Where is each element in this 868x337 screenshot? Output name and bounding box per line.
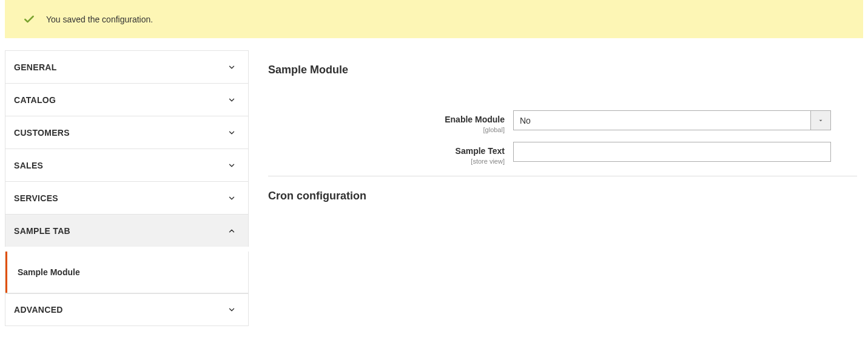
config-main: Sample Module Enable Module [global] No … [249,50,863,213]
success-message-text: You saved the configuration. [46,15,153,24]
dropdown-arrow-icon [810,111,830,130]
sidebar-section-services[interactable]: SERVICES [5,181,249,214]
section-title-sample-module: Sample Module [268,50,857,87]
field-label-sample-text: Sample Text [456,146,505,156]
sidebar-section-label: GENERAL [14,62,57,72]
enable-module-select[interactable]: No [513,110,831,130]
sidebar-subitems-sample-tab: Sample Module [5,252,249,293]
sidebar-section-customers[interactable]: CUSTOMERS [5,116,249,148]
sidebar-section-label: CATALOG [14,95,56,105]
chevron-down-icon [227,194,236,202]
chevron-down-icon [227,63,236,72]
field-scope-sample-text: [store view] [268,158,505,165]
success-message: You saved the configuration. [5,0,863,38]
config-sidebar: GENERAL CATALOG CUSTOMERS SALES SERVICES [5,50,249,326]
sidebar-section-label: ADVANCED [14,305,63,315]
field-row-enable-module: Enable Module [global] No [268,110,857,133]
sidebar-section-label: SERVICES [14,193,58,203]
sidebar-item-sample-module[interactable]: Sample Module [5,252,248,293]
check-icon [23,13,35,25]
sample-text-input[interactable] [513,142,831,162]
sidebar-section-catalog[interactable]: CATALOG [5,83,249,116]
chevron-up-icon [227,227,236,235]
chevron-down-icon [227,128,236,137]
field-scope-enable-module: [global] [268,126,505,133]
sidebar-section-sample-tab[interactable]: SAMPLE TAB [5,214,249,247]
sidebar-section-label: SAMPLE TAB [14,226,70,236]
section-title-cron-configuration: Cron configuration [268,176,857,213]
sidebar-section-advanced[interactable]: ADVANCED [5,293,249,326]
sidebar-section-sales[interactable]: SALES [5,148,249,181]
field-row-sample-text: Sample Text [store view] [268,142,857,165]
chevron-down-icon [227,161,236,170]
chevron-down-icon [227,305,236,314]
sidebar-subitem-label: Sample Module [18,267,80,277]
sidebar-section-label: CUSTOMERS [14,128,70,138]
field-label-enable-module: Enable Module [445,115,505,124]
chevron-down-icon [227,96,236,104]
select-value: No [514,111,810,130]
sidebar-section-label: SALES [14,161,43,170]
sidebar-section-general[interactable]: GENERAL [5,50,249,83]
